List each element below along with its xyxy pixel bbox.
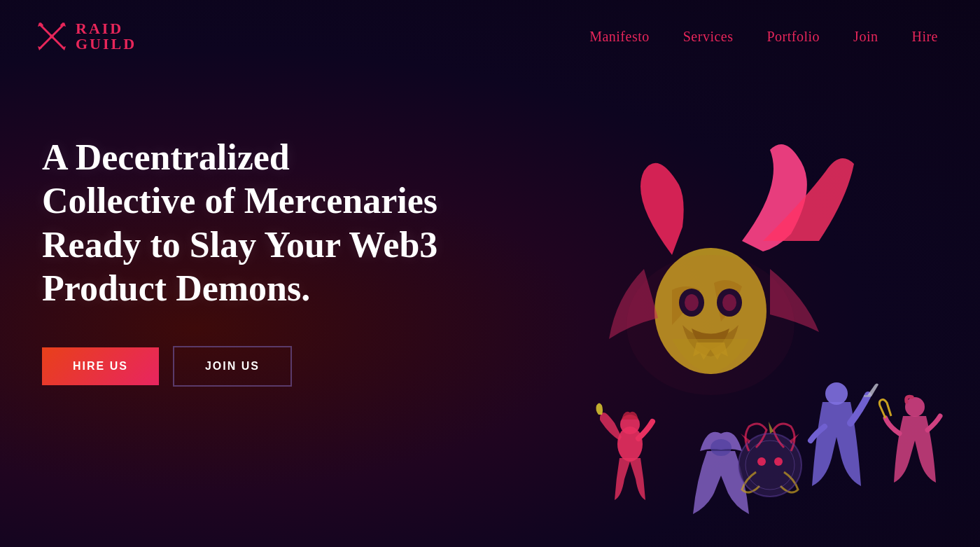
logo[interactable]: RAID GUILd — [35, 20, 136, 53]
swords-icon — [35, 20, 69, 53]
svg-point-16 — [710, 439, 732, 456]
logo-text: RAID GUILd — [76, 21, 136, 52]
hero-headline: A Decentralized Collective of Mercenarie… — [42, 136, 448, 311]
navbar: RAID GUILd Manifesto Services Portfolio … — [0, 0, 980, 73]
svg-point-25 — [626, 255, 794, 395]
nav-services[interactable]: Services — [683, 29, 734, 45]
svg-rect-23 — [864, 395, 871, 397]
nav-portfolio[interactable]: Portfolio — [766, 29, 820, 45]
svg-point-18 — [757, 457, 766, 466]
nav-manifesto[interactable]: Manifesto — [589, 29, 650, 45]
nav-links: Manifesto Services Portfolio Join Hire — [589, 29, 938, 45]
logo-line2: GUILd — [76, 36, 136, 52]
main-content: A Decentralized Collective of Mercenarie… — [0, 73, 980, 543]
join-us-button[interactable]: JOIN US — [173, 346, 292, 387]
cta-buttons: HIRE US JOIN US — [42, 346, 448, 387]
svg-point-22 — [825, 382, 848, 405]
demon-illustration — [504, 129, 959, 547]
logo-line1: RAID — [76, 21, 136, 36]
hire-us-button[interactable]: HIRE US — [42, 347, 159, 385]
svg-point-19 — [774, 457, 783, 466]
svg-point-24 — [905, 397, 925, 417]
nav-hire[interactable]: Hire — [911, 29, 938, 45]
hero-section: A Decentralized Collective of Mercenarie… — [42, 115, 448, 387]
hero-illustration — [504, 129, 959, 547]
nav-join[interactable]: Join — [853, 29, 878, 45]
svg-point-4 — [50, 34, 54, 39]
